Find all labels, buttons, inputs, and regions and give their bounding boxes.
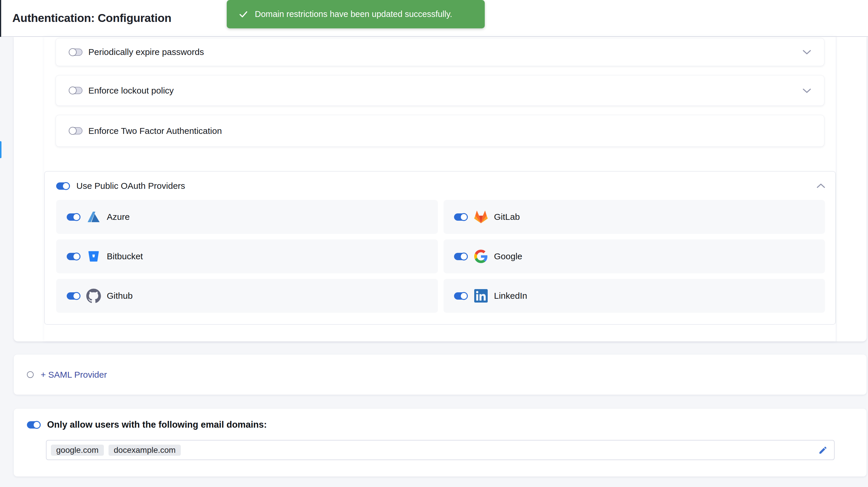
left-edge-strip (0, 0, 1, 37)
toggle-knob (460, 253, 468, 260)
provider-label: Bitbucket (107, 251, 143, 261)
provider-row-google: Google (443, 239, 825, 273)
email-domains-header: Only allow users with the following emai… (27, 420, 267, 430)
google-toggle[interactable] (454, 253, 468, 260)
toggle-knob (33, 421, 41, 429)
oauth-section-label: Use Public OAuth Providers (76, 181, 185, 191)
saml-radio[interactable] (27, 371, 34, 378)
setting-row-lockout-policy: Enforce lockout policy (56, 75, 825, 106)
email-domains-toggle[interactable] (27, 421, 41, 428)
setting-row-two-factor: Enforce Two Factor Authentication (56, 115, 825, 147)
oauth-section-header: Use Public OAuth Providers (45, 171, 835, 200)
provider-row-bitbucket: Bitbucket (56, 239, 438, 273)
toggle-knob (69, 127, 76, 135)
provider-label: LinkedIn (494, 291, 527, 301)
chevron-down-icon[interactable] (803, 88, 811, 93)
bitbucket-toggle[interactable] (67, 253, 81, 260)
oauth-section: Use Public OAuth Providers Azure (44, 171, 836, 325)
toggle-knob (72, 292, 81, 300)
provider-label: GitLab (494, 212, 520, 222)
toggle-knob (72, 253, 81, 260)
right-gutter-divider (836, 37, 836, 342)
email-domains-input[interactable]: google.com docexample.com (46, 440, 835, 460)
add-saml-provider-link[interactable]: + SAML Provider (41, 370, 107, 380)
provider-row-azure: Azure (56, 200, 438, 234)
azure-toggle[interactable] (67, 214, 81, 221)
toggle-knob (62, 182, 70, 190)
setting-label: Periodically expire passwords (88, 47, 204, 57)
domain-tag: google.com (51, 445, 104, 456)
provider-row-linkedin: LinkedIn (443, 279, 825, 313)
toggle-knob (69, 48, 76, 56)
provider-label: Google (494, 251, 523, 261)
toggle-knob (72, 213, 81, 221)
success-toast: Domain restrictions have been updated su… (227, 0, 485, 28)
provider-label: Github (107, 291, 132, 301)
scroll-indicator (0, 141, 1, 158)
saml-provider-panel: + SAML Provider (14, 355, 867, 395)
email-domains-panel: Only allow users with the following emai… (14, 409, 867, 477)
email-domains-label: Only allow users with the following emai… (47, 420, 267, 430)
gitlab-icon (473, 209, 489, 225)
lockout-policy-toggle[interactable] (69, 87, 83, 94)
provider-label: Azure (107, 212, 130, 222)
chevron-down-icon[interactable] (803, 50, 811, 55)
toggle-knob (460, 213, 468, 221)
setting-label: Enforce lockout policy (88, 86, 174, 96)
toggle-knob (460, 292, 468, 300)
provider-row-github: Github (56, 279, 438, 313)
setting-row-expire-passwords: Periodically expire passwords (56, 38, 825, 66)
oauth-toggle[interactable] (56, 183, 70, 190)
check-icon (239, 9, 248, 19)
page-title: Authentication: Configuration (12, 0, 172, 36)
linkedin-toggle[interactable] (454, 292, 468, 300)
bitbucket-icon (86, 249, 101, 264)
chevron-up-icon[interactable] (816, 183, 825, 189)
linkedin-icon (473, 288, 489, 304)
provider-row-gitlab: GitLab (443, 200, 825, 234)
azure-icon (86, 209, 101, 225)
setting-label: Enforce Two Factor Authentication (88, 126, 222, 136)
toast-message: Domain restrictions have been updated su… (255, 9, 452, 19)
github-toggle[interactable] (67, 292, 81, 300)
two-factor-toggle[interactable] (69, 127, 83, 134)
toggle-knob (69, 87, 76, 94)
oauth-provider-grid: Azure GitLab (56, 200, 825, 313)
gitlab-toggle[interactable] (454, 214, 468, 221)
domain-tag: docexample.com (108, 445, 181, 456)
authentication-configuration-page: Authentication: Configuration Domain res… (0, 0, 868, 487)
expire-passwords-toggle[interactable] (69, 48, 83, 56)
edit-pencil-icon[interactable] (818, 446, 828, 455)
github-icon (86, 288, 101, 304)
google-icon (473, 249, 489, 264)
